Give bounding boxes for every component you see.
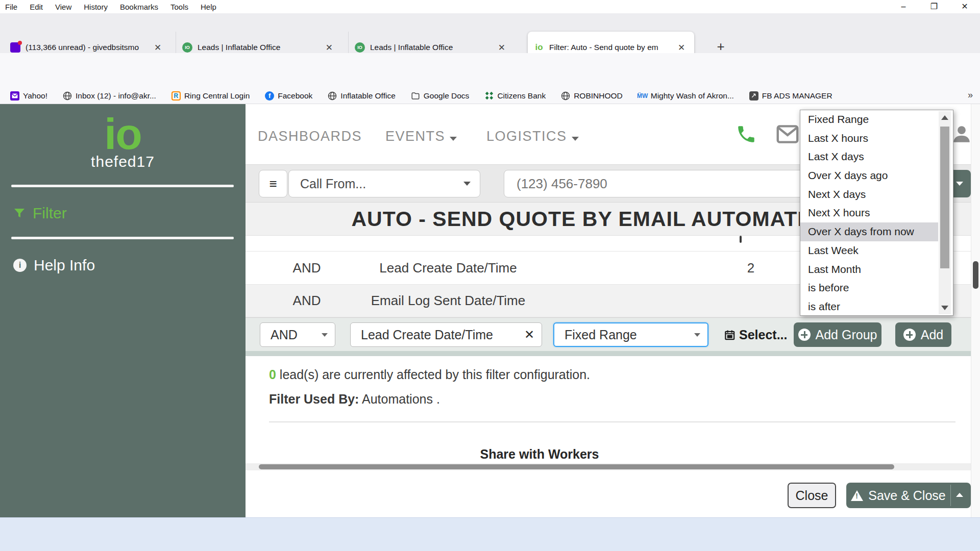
- hamburger-icon: ≡: [269, 176, 277, 191]
- folder-icon: [411, 91, 420, 101]
- io-favicon-icon: io: [534, 42, 544, 53]
- sidebar-item-filter[interactable]: Filter: [13, 202, 233, 224]
- bookmark-yahoo[interactable]: Yahoo!: [10, 91, 47, 101]
- plus-circle-icon: [798, 329, 811, 341]
- dropdown-option[interactable]: Last X days: [800, 147, 938, 166]
- envelope-icon[interactable]: [776, 124, 799, 144]
- desktop: File Edit View History Bookmarks Tools H…: [0, 0, 980, 551]
- dropdown-option[interactable]: Fixed Range: [800, 110, 938, 129]
- dropdown-option[interactable]: Last X hours: [800, 129, 938, 148]
- operator-select[interactable]: Fixed Range: [553, 322, 708, 347]
- chevron-down-icon: [450, 137, 457, 141]
- add-group-button[interactable]: Add Group: [794, 322, 881, 347]
- date-select-button[interactable]: Select...: [724, 322, 788, 347]
- call-menu-button[interactable]: ≡: [259, 170, 287, 197]
- dropdown-option[interactable]: Over X days ago: [800, 166, 938, 185]
- bookmarks-bar: Yahoo! Inbox (12) - info@akr... RRing Ce…: [0, 88, 980, 104]
- io-favicon-icon: IO: [355, 42, 365, 53]
- nav-logistics[interactable]: LOGISTICS: [486, 129, 579, 144]
- divider: [950, 485, 951, 506]
- clear-field-icon[interactable]: ✕: [524, 328, 534, 342]
- phone-icon[interactable]: [736, 123, 757, 145]
- tab-title: Leads | Inflatable Office: [198, 43, 320, 52]
- bookmarks-overflow-icon[interactable]: »: [968, 90, 973, 101]
- horizontal-scrollbar[interactable]: [246, 463, 971, 470]
- io-logo: io: [0, 113, 246, 154]
- mail-favicon-icon: [10, 42, 20, 53]
- status-text: 0 lead(s) are currently affected by this…: [269, 367, 590, 382]
- minimize-icon[interactable]: –: [888, 0, 919, 13]
- browser-toolbar: ← → ⟳ https://rental.software/account/#/…: [0, 53, 980, 88]
- row-connector: AND: [284, 293, 330, 309]
- browser-menubar: File Edit View History Bookmarks Tools H…: [0, 0, 980, 13]
- filter-used-by: Filter Used By: Automations .: [269, 392, 440, 407]
- row-field: Email Log Sent Date/Time: [352, 293, 544, 309]
- scrollbar-thumb[interactable]: [259, 464, 894, 469]
- sidebar-item-help-info[interactable]: i Help Info: [13, 254, 233, 277]
- warning-icon: [851, 490, 863, 501]
- scroll-up-icon[interactable]: [941, 115, 948, 120]
- save-close-button[interactable]: Save & Close: [846, 483, 971, 508]
- scroll-down-icon[interactable]: [941, 306, 948, 310]
- plus-circle-icon: [903, 329, 916, 341]
- bookmark-facebook[interactable]: fFacebook: [265, 91, 312, 101]
- bookmark-mighty-wash[interactable]: M̈WMighty Wash of Akron...: [638, 91, 734, 101]
- bookmark-ringcentral[interactable]: RRing Central Login: [172, 91, 250, 101]
- chevron-down-icon: [694, 333, 700, 337]
- menu-history[interactable]: History: [84, 3, 108, 11]
- scrollbar-thumb[interactable]: [973, 261, 978, 289]
- person-icon[interactable]: [951, 122, 972, 146]
- tab-close-icon[interactable]: ✕: [497, 42, 506, 53]
- ringcentral-icon: R: [172, 91, 181, 101]
- bookmark-fb-ads[interactable]: FB ADS MANAGER: [749, 91, 832, 101]
- facebook-icon: f: [265, 91, 274, 101]
- share-with-workers-title: Share with Workers: [258, 447, 821, 462]
- yahoo-mail-icon: [10, 91, 19, 101]
- dropdown-scrollbar[interactable]: [939, 111, 951, 314]
- connector-select[interactable]: AND: [260, 322, 335, 347]
- nav-dashboards[interactable]: DASHBOARDS: [258, 129, 362, 144]
- menu-bookmarks[interactable]: Bookmarks: [120, 3, 158, 11]
- close-window-icon[interactable]: ✕: [949, 0, 980, 13]
- bookmark-citizens-bank[interactable]: Citizens Bank: [484, 91, 546, 101]
- dropdown-option[interactable]: Last Week: [800, 241, 938, 260]
- dropdown-option-highlighted[interactable]: Over X days from now: [800, 222, 938, 241]
- bookmark-google-docs[interactable]: Google Docs: [411, 91, 470, 101]
- divider: [11, 237, 234, 239]
- bookmark-robinhood[interactable]: ROBINHOOD: [561, 91, 623, 101]
- menu-edit[interactable]: Edit: [30, 3, 43, 11]
- phone-number-input[interactable]: [504, 170, 847, 197]
- menu-tools[interactable]: Tools: [170, 3, 188, 11]
- vertical-scrollbar[interactable]: [971, 104, 980, 517]
- bookmark-inbox[interactable]: Inbox (12) - info@akr...: [63, 91, 156, 101]
- nav-events[interactable]: EVENTS: [385, 129, 457, 144]
- sidebar: io thefed17 Filter i Help Info: [0, 104, 246, 517]
- dropdown-option[interactable]: Next X hours: [800, 204, 938, 222]
- tab-close-icon[interactable]: ✕: [153, 42, 162, 53]
- add-button[interactable]: Add: [895, 322, 951, 347]
- dropdown-option[interactable]: Last Month: [800, 260, 938, 279]
- scrollbar-thumb[interactable]: [940, 127, 949, 268]
- dropdown-option[interactable]: is after: [800, 297, 938, 316]
- close-button[interactable]: Close: [788, 483, 836, 508]
- connect-dropdown-icon[interactable]: [956, 182, 963, 186]
- tab-close-icon[interactable]: ✕: [325, 42, 334, 53]
- menu-help[interactable]: Help: [201, 3, 216, 11]
- menu-view[interactable]: View: [55, 3, 71, 11]
- clipped-value: [740, 236, 742, 243]
- tab-title: (113,366 unread) - givedbsitsmo: [26, 43, 148, 52]
- maximize-icon[interactable]: ❐: [919, 0, 949, 13]
- call-from-select[interactable]: Call From...: [288, 170, 480, 197]
- field-input[interactable]: Lead Create Date/Time ✕: [350, 322, 542, 347]
- chevron-down-icon: [322, 333, 328, 337]
- dropdown-option[interactable]: is before: [800, 279, 938, 297]
- row-value: 2: [730, 260, 771, 276]
- tab-close-icon[interactable]: ✕: [677, 42, 686, 53]
- dropdown-option[interactable]: Next X days: [800, 185, 938, 204]
- chevron-down-icon: [463, 182, 471, 186]
- bookmark-inflatable-office[interactable]: Inflatable Office: [328, 91, 395, 101]
- tab-title: Leads | Inflatable Office: [370, 43, 492, 52]
- menu-file[interactable]: File: [5, 3, 17, 11]
- tab-title: Filter: Auto - Send quote by em: [549, 43, 672, 52]
- save-options-icon[interactable]: [956, 493, 963, 497]
